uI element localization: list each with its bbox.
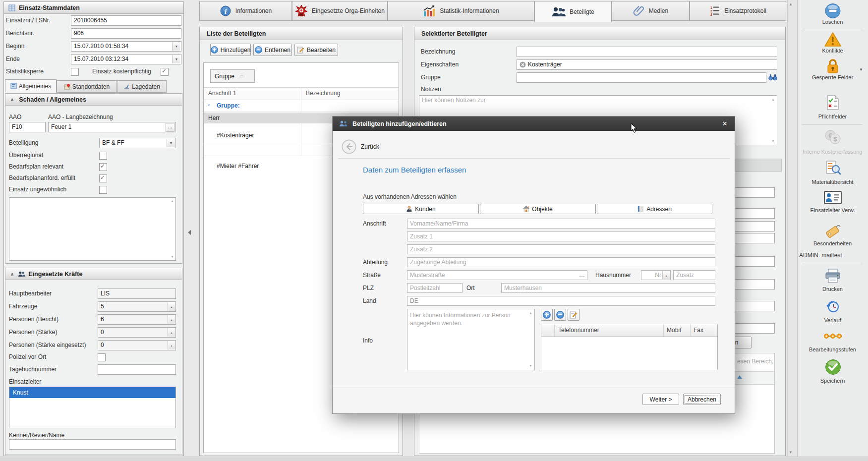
leader-card-icon[interactable]: [824, 191, 842, 204]
scroll-up-icon[interactable]: ▲: [529, 311, 532, 315]
sidebar-item-loeschen[interactable]: Löschen: [797, 19, 868, 25]
conflict-warning-icon[interactable]: [824, 32, 842, 47]
schaden-header[interactable]: ∧ Schaden / Allgemeines: [5, 94, 182, 106]
row2-tags[interactable]: #Mieter #Fahrer: [217, 162, 259, 171]
kunden-button[interactable]: Kunden: [363, 204, 479, 214]
back-button[interactable]: Zurück: [342, 139, 401, 154]
phone-col-fax[interactable]: Fax: [691, 324, 717, 336]
scroll-up-icon[interactable]: ▲: [771, 98, 775, 102]
tag-remove-icon[interactable]: [520, 61, 526, 68]
tab-standortdaten[interactable]: Standortdaten: [57, 80, 117, 93]
ueberregional-checkbox[interactable]: [99, 152, 107, 160]
tag-icon[interactable]: [824, 223, 842, 239]
column-anschrift1[interactable]: Anschrift 1: [208, 88, 236, 99]
plz-input[interactable]: Postleitzahl: [407, 283, 463, 293]
delete-icon[interactable]: [824, 3, 841, 19]
ende-input[interactable]: 15.07.2010 03:12:34: [71, 54, 181, 64]
ort-input[interactable]: Musterhausen: [501, 283, 715, 293]
ungewoehnlich-checkbox[interactable]: [99, 186, 107, 194]
hauptbearbeiter-input[interactable]: LIS: [98, 288, 176, 299]
zusatz2-input[interactable]: Zusatz 2: [407, 244, 715, 254]
sidebar-item-besonderheiten[interactable]: Besonderheiten: [797, 240, 868, 246]
personen-staerke-spinner-icon[interactable]: [168, 328, 175, 337]
sidebar-item-einsatzleiter-verw[interactable]: Einsatzleiter Verw.: [797, 207, 868, 213]
collapse-icon[interactable]: ∧: [10, 97, 14, 102]
phone-col-telefonnummer[interactable]: Telefonnummer: [555, 324, 664, 336]
sidebar-item-pflichtfelder[interactable]: Pflichtfelder: [797, 114, 868, 119]
personen-eingesetzt-spinner-icon[interactable]: [168, 341, 175, 349]
einsatznr-input[interactable]: 2010006455: [71, 15, 181, 26]
phone-add-button[interactable]: [541, 309, 553, 321]
phone-edit-button[interactable]: [568, 309, 579, 321]
lock-icon[interactable]: [826, 58, 840, 74]
printer-icon[interactable]: [824, 269, 841, 284]
bedarfsplan-checkbox[interactable]: [99, 163, 107, 171]
workflow-steps-icon[interactable]: [823, 333, 842, 340]
column-bezeichnung[interactable]: Bezeichnung: [306, 88, 340, 99]
kostenpflichtig-checkbox[interactable]: [161, 68, 169, 76]
fahrzeuge-stepper[interactable]: 5: [98, 301, 176, 312]
strasse-input[interactable]: Musterstraße …: [407, 270, 587, 280]
tagebuch-input[interactable]: [98, 364, 176, 375]
bedarfsplananford-checkbox[interactable]: [99, 174, 107, 182]
save-check-icon[interactable]: [825, 359, 841, 375]
strip-scroll-up-icon[interactable]: ▲: [789, 2, 793, 6]
ende-dropdown-icon[interactable]: [172, 55, 180, 63]
tab-medien[interactable]: Medien: [612, 1, 690, 21]
tab-informationen[interactable]: i Informationen: [199, 1, 292, 21]
tab-beteiligte[interactable]: Beteiligte: [534, 1, 612, 22]
sidebar-item-gesperrte-felder[interactable]: Gesperrte Felder: [797, 74, 868, 80]
aao-lang-ellipsis-button[interactable]: [166, 123, 174, 132]
gruppe-input[interactable]: [517, 72, 766, 83]
sidebar-item-konflikte[interactable]: Konflikte: [797, 48, 868, 54]
history-icon[interactable]: [825, 299, 841, 314]
aao-lang-input[interactable]: Feuer 1: [48, 122, 176, 132]
berichtsnr-input[interactable]: 906: [71, 28, 181, 39]
anschrift-input[interactable]: Vorname/Name/Firma: [407, 219, 715, 229]
beginn-dropdown-icon[interactable]: [172, 42, 180, 51]
beteiligung-select[interactable]: BF & FF: [99, 138, 176, 148]
strip-scroll-down-icon[interactable]: ▼: [789, 450, 793, 455]
scroll-up-icon[interactable]: ▲: [171, 199, 174, 203]
kraefte-header[interactable]: ∧ Eingesetzte Kräfte: [5, 268, 182, 280]
scroll-down-icon[interactable]: ▼: [171, 255, 174, 259]
personen-bericht-spinner-icon[interactable]: [168, 315, 175, 324]
objekte-button[interactable]: Objekte: [480, 204, 596, 214]
kenner-input[interactable]: [9, 439, 176, 450]
scroll-down-icon[interactable]: ▼: [529, 364, 532, 368]
bearbeiten-button[interactable]: Bearbeiten: [294, 44, 338, 56]
chevron-down-icon[interactable]: ⌄: [207, 101, 211, 107]
group-by-chip[interactable]: Gruppe ≡: [210, 69, 255, 83]
tab-orga-einheiten[interactable]: Eingesetzte Orga-Einheiten: [292, 1, 388, 21]
polizei-checkbox[interactable]: [98, 353, 106, 361]
lock-dropdown-icon[interactable]: ▼: [859, 67, 863, 72]
aao-input[interactable]: F10: [9, 122, 46, 132]
hausnummer-stepper[interactable]: Nr: [641, 270, 671, 280]
hausnummer-spinner-icon[interactable]: [662, 271, 670, 279]
entfernen-button[interactable]: Entfernen: [253, 44, 292, 56]
einsatzleiter-selected-row[interactable]: Knust: [9, 387, 175, 398]
splitter-collapse-icon[interactable]: [188, 230, 191, 235]
sidebar-item-speichern[interactable]: Speichern: [797, 378, 868, 384]
sidebar-item-drucken[interactable]: Drucken: [797, 286, 868, 292]
close-icon[interactable]: [719, 116, 731, 131]
sidebar-item-verlauf[interactable]: Verlauf: [797, 317, 868, 323]
collapse-icon[interactable]: ∧: [10, 272, 14, 277]
tab-statistik[interactable]: Statistik-Informationen: [388, 1, 534, 21]
hinzufuegen-button[interactable]: Hinzufügen: [210, 44, 251, 56]
statistiksperre-checkbox[interactable]: [71, 68, 79, 76]
sidebar-item-bearbeitungsstufen[interactable]: Bearbeitungsstufen: [797, 346, 868, 352]
tab-lagedaten[interactable]: Lagedaten: [117, 80, 167, 93]
weiter-button[interactable]: Weiter >: [642, 394, 679, 405]
eigenschaften-field[interactable]: Kostenträger: [517, 59, 777, 70]
bezeichnung-input[interactable]: [517, 47, 777, 57]
phone-remove-button[interactable]: [554, 309, 566, 321]
tab-einsatzprotokoll[interactable]: 123 Einsatzprotokoll: [690, 1, 786, 21]
group-row[interactable]: ⌄ Gruppe:: [204, 101, 399, 112]
zusatz1-input[interactable]: Zusatz 1: [407, 231, 715, 241]
info-textarea[interactable]: Hier können Informationen zur Person ang…: [407, 309, 535, 370]
sidebar-item-materialuebersicht[interactable]: Materialübersicht: [797, 179, 868, 185]
abbrechen-button[interactable]: Abbrechen: [683, 394, 721, 405]
modal-title-bar[interactable]: Beteiligten hinzufügen/editieren: [333, 116, 735, 131]
tab-allgemeines[interactable]: Allgemeines: [5, 79, 57, 93]
